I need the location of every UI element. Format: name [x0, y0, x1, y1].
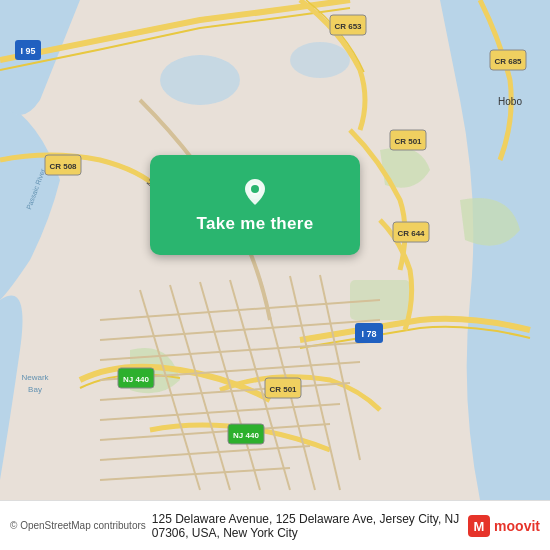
svg-text:I 78: I 78 [361, 329, 376, 339]
svg-point-2 [290, 42, 350, 78]
svg-text:Hobo: Hobo [498, 96, 522, 107]
copyright-text: © OpenStreetMap contributors [10, 520, 146, 531]
svg-text:NJ 440: NJ 440 [123, 375, 149, 384]
svg-text:Bay: Bay [28, 385, 42, 394]
moovit-icon: M [468, 515, 490, 537]
svg-text:CR 501: CR 501 [394, 137, 422, 146]
location-pin-icon [239, 176, 271, 208]
moovit-logo: M moovit [468, 515, 540, 537]
svg-point-1 [160, 55, 240, 105]
svg-point-47 [251, 185, 259, 193]
moovit-brand-text: moovit [494, 518, 540, 534]
svg-text:Newark: Newark [21, 373, 49, 382]
svg-text:NJ 440: NJ 440 [233, 431, 259, 440]
address-text: 125 Delaware Avenue, 125 Delaware Ave, J… [152, 512, 462, 540]
button-label: Take me there [197, 214, 314, 234]
svg-text:M: M [474, 519, 485, 534]
svg-text:CR 653: CR 653 [334, 22, 362, 31]
svg-text:CR 508: CR 508 [49, 162, 77, 171]
map-container: I 95 CR 653 CR 685 CR 501 CR 508 CR 644 … [0, 0, 550, 500]
take-me-there-button[interactable]: Take me there [150, 155, 360, 255]
svg-text:I 95: I 95 [20, 46, 35, 56]
bottom-bar: © OpenStreetMap contributors 125 Delawar… [0, 500, 550, 550]
svg-text:CR 501: CR 501 [269, 385, 297, 394]
svg-text:CR 685: CR 685 [494, 57, 522, 66]
svg-text:CR 644: CR 644 [397, 229, 425, 238]
